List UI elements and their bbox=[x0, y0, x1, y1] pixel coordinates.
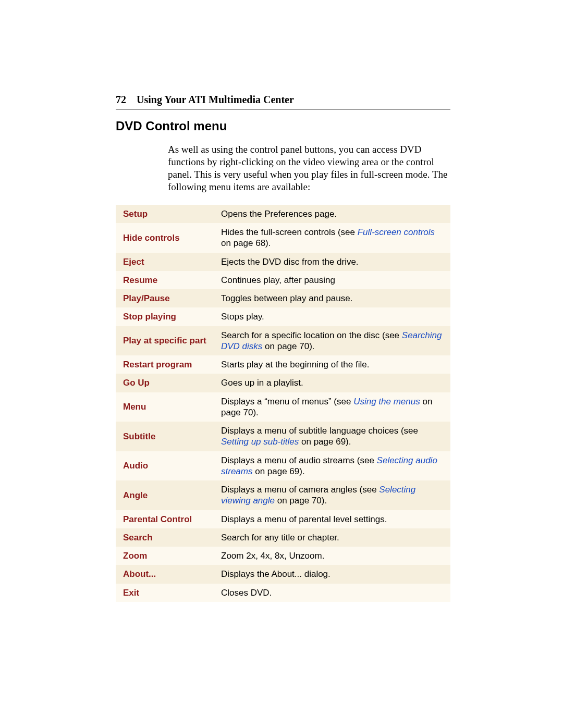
table-row: Go UpGoes up in a playlist. bbox=[116, 374, 450, 392]
page: 72 Using Your ATI Multimedia Center DVD … bbox=[0, 0, 563, 728]
table-row: SetupOpens the Preferences page. bbox=[116, 205, 450, 223]
table-row: Play/PauseToggles between play and pause… bbox=[116, 289, 450, 307]
table-row: About...Displays the About... dialog. bbox=[116, 565, 450, 583]
cross-reference-link[interactable]: Using the menus bbox=[353, 397, 420, 406]
menu-item-label: Play at specific part bbox=[116, 326, 214, 356]
menu-item-description: Zoom 2x, 4x, 8x, Unzoom. bbox=[214, 547, 450, 565]
table-row: AudioDisplays a menu of audio streams (s… bbox=[116, 451, 450, 481]
menu-item-label: About... bbox=[116, 565, 214, 583]
menu-item-description: Opens the Preferences page. bbox=[214, 205, 450, 223]
description-text: Displays a menu of parental level settin… bbox=[221, 514, 387, 524]
table-row: EjectEjects the DVD disc from the drive. bbox=[116, 253, 450, 271]
menu-item-label: Subtitle bbox=[116, 422, 214, 451]
menu-item-description: Hides the full-screen controls (see Full… bbox=[214, 223, 450, 253]
table-row: ResumeContinues play, after pausing bbox=[116, 271, 450, 289]
table-row: SubtitleDisplays a menu of subtitle lang… bbox=[116, 422, 450, 451]
menu-item-label: Menu bbox=[116, 392, 214, 422]
menu-item-label: Play/Pause bbox=[116, 289, 214, 307]
table-row: ExitCloses DVD. bbox=[116, 584, 450, 602]
description-text: Closes DVD. bbox=[221, 588, 272, 598]
menu-item-description: Goes up in a playlist. bbox=[214, 374, 450, 392]
table-row: SearchSearch for any title or chapter. bbox=[116, 528, 450, 547]
menu-item-label: Setup bbox=[116, 205, 214, 223]
menu-item-label: Exit bbox=[116, 584, 214, 602]
table-row: Stop playingStops play. bbox=[116, 307, 450, 326]
running-title: Using Your ATI Multimedia Center bbox=[137, 94, 294, 106]
menu-item-description: Displays the About... dialog. bbox=[214, 565, 450, 583]
table-row: Play at specific partSearch for a specif… bbox=[116, 326, 450, 356]
menu-item-description: Starts play at the beginning of the file… bbox=[214, 355, 450, 374]
cross-reference-link[interactable]: Full-screen controls bbox=[358, 227, 435, 237]
description-text: Starts play at the beginning of the file… bbox=[221, 360, 369, 369]
header-rule bbox=[116, 109, 450, 109]
menu-item-description: Displays a menu of parental level settin… bbox=[214, 510, 450, 528]
menu-item-description: Search for any title or chapter. bbox=[214, 528, 450, 547]
table-row: ZoomZoom 2x, 4x, 8x, Unzoom. bbox=[116, 547, 450, 565]
description-tail: on page 68). bbox=[221, 238, 271, 248]
menu-item-description: Displays a “menu of menus” (see Using th… bbox=[214, 392, 450, 422]
description-text: Goes up in a playlist. bbox=[221, 378, 303, 388]
menu-item-label: Zoom bbox=[116, 547, 214, 565]
menu-item-description: Displays a menu of camera angles (see Se… bbox=[214, 480, 450, 510]
menu-item-label: Resume bbox=[116, 271, 214, 289]
description-text: Continues play, after pausing bbox=[221, 275, 335, 285]
description-tail: on page 70). bbox=[262, 341, 314, 351]
menu-table: SetupOpens the Preferences page.Hide con… bbox=[116, 205, 450, 602]
menu-item-label: Audio bbox=[116, 451, 214, 481]
menu-item-description: Toggles between play and pause. bbox=[214, 289, 450, 307]
intro-paragraph: As well as using the control panel butto… bbox=[168, 143, 450, 193]
menu-item-description: Stops play. bbox=[214, 307, 450, 326]
description-text: Search for a specific location on the di… bbox=[221, 330, 402, 340]
description-text: Zoom 2x, 4x, 8x, Unzoom. bbox=[221, 551, 324, 561]
description-text: Hides the full-screen controls (see bbox=[221, 227, 358, 237]
menu-item-description: Displays a menu of subtitle language cho… bbox=[214, 422, 450, 451]
description-text: Displays a “menu of menus” (see bbox=[221, 397, 353, 406]
description-text: Displays the About... dialog. bbox=[221, 569, 331, 579]
menu-item-label: Search bbox=[116, 528, 214, 547]
menu-item-description: Search for a specific location on the di… bbox=[214, 326, 450, 356]
menu-item-label: Stop playing bbox=[116, 307, 214, 326]
table-row: Hide controlsHides the full-screen contr… bbox=[116, 223, 450, 253]
description-text: Ejects the DVD disc from the drive. bbox=[221, 257, 359, 267]
description-tail: on page 70). bbox=[275, 496, 327, 505]
menu-item-description: Closes DVD. bbox=[214, 584, 450, 602]
description-text: Stops play. bbox=[221, 312, 264, 322]
table-row: Restart programStarts play at the beginn… bbox=[116, 355, 450, 374]
menu-item-description: Continues play, after pausing bbox=[214, 271, 450, 289]
running-header: 72 Using Your ATI Multimedia Center bbox=[116, 94, 450, 106]
description-text: Displays a menu of subtitle language cho… bbox=[221, 426, 418, 436]
description-tail: on page 69). bbox=[299, 437, 351, 447]
menu-item-label: Eject bbox=[116, 253, 214, 271]
description-text: Toggles between play and pause. bbox=[221, 293, 352, 303]
description-text: Displays a menu of camera angles (see bbox=[221, 485, 379, 495]
menu-item-label: Restart program bbox=[116, 355, 214, 374]
page-number: 72 bbox=[116, 94, 126, 106]
description-text: Search for any title or chapter. bbox=[221, 533, 339, 542]
table-row: MenuDisplays a “menu of menus” (see Usin… bbox=[116, 392, 450, 422]
menu-item-label: Go Up bbox=[116, 374, 214, 392]
menu-item-label: Parental Control bbox=[116, 510, 214, 528]
description-text: Displays a menu of audio streams (see bbox=[221, 455, 377, 465]
menu-item-description: Displays a menu of audio streams (see Se… bbox=[214, 451, 450, 481]
description-text: Opens the Preferences page. bbox=[221, 209, 337, 219]
menu-item-description: Ejects the DVD disc from the drive. bbox=[214, 253, 450, 271]
table-row: Parental ControlDisplays a menu of paren… bbox=[116, 510, 450, 528]
table-row: AngleDisplays a menu of camera angles (s… bbox=[116, 480, 450, 510]
section-title: DVD Control menu bbox=[116, 119, 450, 133]
cross-reference-link[interactable]: Setting up sub-titles bbox=[221, 437, 299, 447]
description-tail: on page 69). bbox=[252, 466, 304, 476]
menu-item-label: Hide controls bbox=[116, 223, 214, 253]
menu-item-label: Angle bbox=[116, 480, 214, 510]
